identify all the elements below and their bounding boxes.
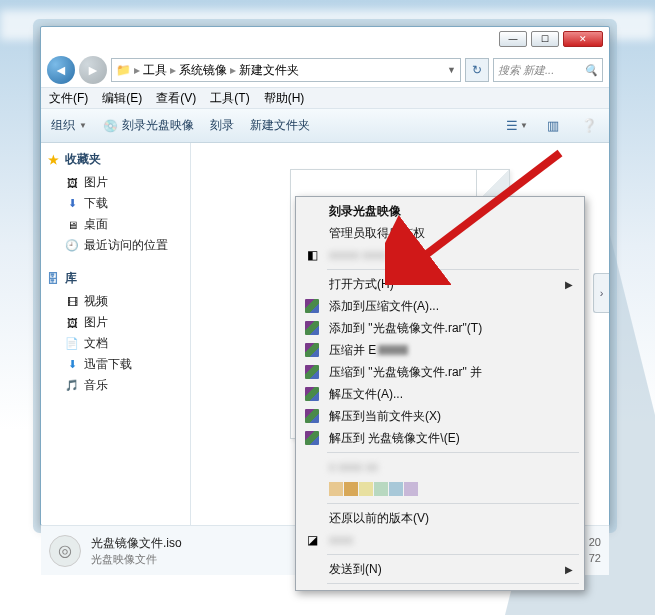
view-options-button[interactable]: ☰▼ xyxy=(507,117,527,135)
minimize-button[interactable]: — xyxy=(499,31,527,47)
sidebar-item-label: 视频 xyxy=(84,293,108,310)
sidebar-group-favorites[interactable]: ★ 收藏夹 xyxy=(45,151,186,168)
back-button[interactable]: ◄ xyxy=(47,56,75,84)
sidebar-item-lib-3[interactable]: ⬇迅雷下载 xyxy=(45,354,186,375)
sidebar-item-icon: 🖥 xyxy=(65,218,79,232)
maximize-button[interactable]: ☐ xyxy=(531,31,559,47)
ctx-send-to[interactable]: 发送到(N)▶ xyxy=(299,558,581,580)
sidebar-item-icon: 🕘 xyxy=(65,239,79,253)
sidebar-item-fav-1[interactable]: ⬇下载 xyxy=(45,193,186,214)
menu-view[interactable]: 查看(V) xyxy=(156,90,196,107)
ctx-compress-and[interactable]: 压缩并 E xyxy=(299,339,581,361)
toolbar: 组织▼ 💿刻录光盘映像 刻录 新建文件夹 ☰▼ ▥ ❔ xyxy=(41,109,609,143)
sidebar-item-icon: 🖼 xyxy=(65,176,79,190)
ctx-compress-to-and[interactable]: 压缩到 "光盘镜像文件.rar" 并 xyxy=(299,361,581,383)
search-placeholder: 搜索 新建... xyxy=(498,63,554,78)
sidebar-item-label: 图片 xyxy=(84,174,108,191)
sidebar-item-lib-0[interactable]: 🎞视频 xyxy=(45,291,186,312)
sidebar-item-label: 桌面 xyxy=(84,216,108,233)
sidebar-item-label: 音乐 xyxy=(84,377,108,394)
sidebar-item-fav-2[interactable]: 🖥桌面 xyxy=(45,214,186,235)
winrar-icon xyxy=(305,387,319,401)
ctx-add-to-rar[interactable]: 添加到 "光盘镜像文件.rar"(T) xyxy=(299,317,581,339)
preview-pane-button[interactable]: ▥ xyxy=(543,117,563,135)
ctx-admin-take[interactable]: 管理员取得所有权 xyxy=(299,222,581,244)
ctx-extract-to[interactable]: 解压到 光盘镜像文件\(E) xyxy=(299,427,581,449)
ctx-open-with[interactable]: 打开方式(H)▶ xyxy=(299,273,581,295)
sidebar-item-icon: ⬇ xyxy=(65,197,79,211)
sidebar: ★ 收藏夹 🖼图片⬇下载🖥桌面🕘最近访问的位置 🗄 库 🎞视频🖼图片📄文档⬇迅雷… xyxy=(41,143,191,525)
sidebar-item-label: 下载 xyxy=(84,195,108,212)
preview-collapse-handle[interactable]: › xyxy=(593,273,609,313)
new-folder-button[interactable]: 新建文件夹 xyxy=(250,117,310,134)
star-icon: ★ xyxy=(45,152,61,168)
ctx-blurred-1[interactable]: ◧xxxxx xxxx xyxy=(299,244,581,266)
winrar-icon xyxy=(305,409,319,423)
menu-tools[interactable]: 工具(T) xyxy=(210,90,249,107)
refresh-button[interactable]: ↻ xyxy=(465,58,489,82)
crumb-0[interactable]: 工具 xyxy=(143,62,167,79)
ctx-blurred-3[interactable]: ◪xxxx xyxy=(299,529,581,551)
titlebar: — ☐ ✕ xyxy=(41,27,609,53)
sidebar-item-label: 文档 xyxy=(84,335,108,352)
sidebar-item-icon: 🖼 xyxy=(65,316,79,330)
ctx-burn-image[interactable]: 刻录光盘映像 xyxy=(299,200,581,222)
sidebar-item-icon: ⬇ xyxy=(65,358,79,372)
address-bar[interactable]: 📁 ▸ 工具 ▸ 系统镜像 ▸ 新建文件夹 ▼ xyxy=(111,58,461,82)
sidebar-item-icon: 🎞 xyxy=(65,295,79,309)
winrar-icon xyxy=(305,431,319,445)
ctx-add-archive[interactable]: 添加到压缩文件(A)... xyxy=(299,295,581,317)
sidebar-group-libraries[interactable]: 🗄 库 xyxy=(45,270,186,287)
disc-icon: 💿 xyxy=(103,119,118,133)
selected-file-type: 光盘映像文件 xyxy=(91,552,182,567)
ctx-blurred-2[interactable]: x xxxx xx xyxy=(299,456,581,478)
generic-icon: ◧ xyxy=(303,247,321,263)
sidebar-item-fav-3[interactable]: 🕘最近访问的位置 xyxy=(45,235,186,256)
ctx-restore-previous[interactable]: 还原以前的版本(V) xyxy=(299,507,581,529)
sidebar-item-lib-1[interactable]: 🖼图片 xyxy=(45,312,186,333)
sidebar-item-lib-2[interactable]: 📄文档 xyxy=(45,333,186,354)
burn-button[interactable]: 刻录 xyxy=(210,117,234,134)
submenu-arrow-icon: ▶ xyxy=(565,279,573,290)
crumb-1[interactable]: 系统镜像 xyxy=(179,62,227,79)
menu-file[interactable]: 文件(F) xyxy=(49,90,88,107)
crumb-2[interactable]: 新建文件夹 xyxy=(239,62,299,79)
context-menu: 刻录光盘映像 管理员取得所有权 ◧xxxxx xxxx 打开方式(H)▶ 添加到… xyxy=(295,196,585,591)
crumb-sep-icon: ▸ xyxy=(133,63,141,77)
search-box[interactable]: 搜索 新建... 🔍 xyxy=(493,58,603,82)
menubar: 文件(F) 编辑(E) 查看(V) 工具(T) 帮助(H) xyxy=(41,87,609,109)
sidebar-item-label: 迅雷下载 xyxy=(84,356,132,373)
submenu-arrow-icon: ▶ xyxy=(565,564,573,575)
folder-icon: 📁 xyxy=(116,63,131,77)
address-dropdown-icon[interactable]: ▼ xyxy=(447,65,456,75)
generic-icon: ◪ xyxy=(303,532,321,548)
winrar-icon xyxy=(305,343,319,357)
help-button[interactable]: ❔ xyxy=(579,117,599,135)
organize-button[interactable]: 组织▼ xyxy=(51,117,87,134)
sidebar-item-icon: 🎵 xyxy=(65,379,79,393)
winrar-icon xyxy=(305,321,319,335)
winrar-icon xyxy=(305,365,319,379)
crumb-sep-icon: ▸ xyxy=(169,63,177,77)
search-icon: 🔍 xyxy=(584,64,598,77)
sidebar-item-icon: 📄 xyxy=(65,337,79,351)
ctx-extract[interactable]: 解压文件(A)... xyxy=(299,383,581,405)
disc-image-icon: ◎ xyxy=(49,535,81,567)
selected-file-name: 光盘镜像文件.iso xyxy=(91,535,182,552)
sidebar-item-label: 最近访问的位置 xyxy=(84,237,168,254)
libraries-icon: 🗄 xyxy=(45,271,61,287)
close-button[interactable]: ✕ xyxy=(563,31,603,47)
nav-row: ◄ ► 📁 ▸ 工具 ▸ 系统镜像 ▸ 新建文件夹 ▼ ↻ 搜索 新建... 🔍 xyxy=(41,53,609,87)
menu-edit[interactable]: 编辑(E) xyxy=(102,90,142,107)
menu-help[interactable]: 帮助(H) xyxy=(264,90,305,107)
sidebar-item-fav-0[interactable]: 🖼图片 xyxy=(45,172,186,193)
burn-image-button[interactable]: 💿刻录光盘映像 xyxy=(103,117,194,134)
crumb-sep-icon: ▸ xyxy=(229,63,237,77)
ctx-extract-here[interactable]: 解压到当前文件夹(X) xyxy=(299,405,581,427)
sidebar-item-lib-4[interactable]: 🎵音乐 xyxy=(45,375,186,396)
sidebar-item-label: 图片 xyxy=(84,314,108,331)
winrar-icon xyxy=(305,299,319,313)
forward-button[interactable]: ► xyxy=(79,56,107,84)
ctx-color-swatches[interactable] xyxy=(299,478,581,500)
